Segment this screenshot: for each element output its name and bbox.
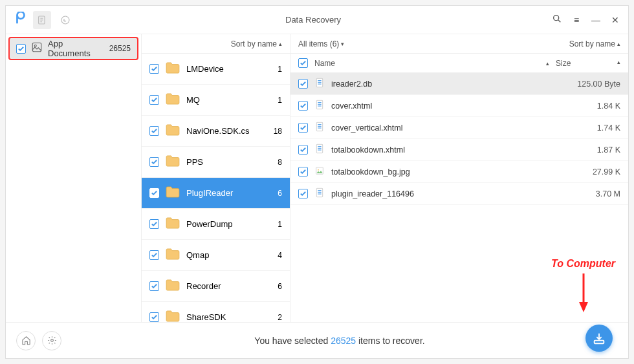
folder-row[interactable]: ShareSDK2 — [142, 302, 290, 322]
file-name: totalbookdown.xhtml — [331, 145, 549, 155]
column-name-header[interactable]: Name — [314, 59, 538, 68]
svg-point-4 — [34, 45, 36, 47]
folder-list: LMDevice1MQ1NaviOne.SDK.cs18PPS8PlugIRea… — [142, 54, 290, 322]
file-sort-label[interactable]: Sort by name — [569, 39, 615, 48]
folder-name: ShareSDK — [186, 312, 264, 322]
file-size: 125.00 Byte — [556, 80, 620, 89]
checkbox-icon[interactable] — [149, 312, 159, 322]
file-row[interactable]: totalbookdown.xhtml1.87 K — [290, 139, 628, 161]
file-size: 1.74 K — [556, 123, 620, 133]
app-logo-icon — [14, 12, 28, 28]
file-row[interactable]: cover_vertical.xhtml1.74 K — [290, 117, 628, 139]
checkbox-icon[interactable] — [149, 95, 159, 105]
checkbox-icon[interactable] — [149, 157, 159, 167]
file-type-icon — [314, 143, 325, 156]
folder-row[interactable]: Qmap4 — [142, 240, 290, 271]
checkbox-icon[interactable] — [149, 219, 159, 229]
home-button[interactable] — [16, 331, 36, 350]
folder-icon — [166, 155, 180, 169]
svg-rect-23 — [316, 188, 322, 197]
titlebar-right: ≡ — ✕ — [552, 14, 620, 27]
titlebar: Data Recovery ≡ — ✕ — [6, 6, 628, 34]
checkbox-icon[interactable] — [149, 250, 159, 260]
close-button[interactable]: ✕ — [610, 15, 620, 25]
sidebar: App Documents 26525 — [6, 34, 142, 322]
svg-rect-28 — [595, 341, 604, 344]
folder-row[interactable]: PowerDump1 — [142, 209, 290, 240]
file-name: cover_vertical.xhtml — [331, 123, 549, 133]
file-row[interactable]: totalbookdown_bg.jpg27.99 K — [290, 161, 628, 183]
folder-icon — [166, 93, 180, 107]
footer-count: 26525 — [331, 336, 356, 346]
svg-point-22 — [318, 169, 319, 171]
file-size: 1.84 K — [556, 102, 620, 111]
checkbox-icon[interactable] — [149, 126, 159, 136]
caret-down-icon[interactable]: ▾ — [341, 41, 344, 47]
checkbox-icon[interactable] — [298, 145, 308, 155]
file-type-icon — [314, 121, 325, 134]
folder-row[interactable]: MQ1 — [142, 85, 290, 116]
checkbox-icon[interactable] — [298, 123, 308, 133]
nav-whatsapp-icon[interactable] — [56, 11, 74, 29]
settings-button[interactable] — [42, 331, 61, 350]
folder-sort-header[interactable]: Sort by name▴ — [142, 34, 290, 54]
folder-icon — [166, 62, 180, 76]
select-all-checkbox[interactable] — [298, 58, 308, 68]
folder-row[interactable]: Recorder6 — [142, 271, 290, 302]
folder-icon — [166, 124, 180, 138]
column-size-header[interactable]: Size ▴ — [556, 59, 620, 68]
table-header: Name ▴ Size ▴ — [290, 54, 628, 73]
nav-docs-icon[interactable] — [33, 11, 51, 29]
checkbox-icon[interactable] — [149, 64, 159, 74]
file-panel: All items (6)▾ Sort by name▴ Name ▴ Size… — [290, 34, 628, 322]
checkbox-icon[interactable] — [298, 101, 308, 111]
checkbox-icon[interactable] — [298, 167, 308, 177]
svg-rect-9 — [316, 100, 322, 109]
footer-text-pre: You have selected — [254, 336, 331, 346]
folder-count: 1 — [270, 65, 282, 74]
caret-up-icon: ▴ — [279, 41, 282, 47]
folder-row[interactable]: LMDevice1 — [142, 54, 290, 85]
search-icon[interactable] — [552, 14, 562, 27]
file-size: 3.70 M — [556, 189, 620, 198]
caret-up-icon: ▴ — [617, 41, 620, 47]
checkbox-icon[interactable] — [298, 189, 308, 198]
file-row[interactable]: plugin_ireader_1164963.70 M — [290, 183, 628, 205]
folder-name: PPS — [186, 157, 264, 167]
file-panel-header: All items (6)▾ Sort by name▴ — [290, 34, 628, 54]
folder-name: NaviOne.SDK.cs — [186, 126, 264, 136]
sidebar-item-label: App Documents — [48, 39, 104, 58]
file-name: totalbookdown_bg.jpg — [331, 167, 549, 177]
file-size: 1.87 K — [556, 145, 620, 155]
folder-count: 6 — [270, 189, 282, 198]
folder-row[interactable]: PPS8 — [142, 147, 290, 178]
file-row[interactable]: cover.xhtml1.84 K — [290, 95, 628, 117]
checkbox-icon[interactable] — [149, 281, 159, 291]
svg-rect-17 — [316, 144, 322, 153]
file-row[interactable]: ireader2.db125.00 Byte — [290, 73, 628, 95]
caret-up-icon: ▴ — [617, 59, 620, 68]
folder-icon — [166, 186, 180, 200]
checkbox-icon[interactable] — [149, 188, 159, 198]
titlebar-left — [14, 11, 74, 29]
folder-row[interactable]: NaviOne.SDK.cs18 — [142, 116, 290, 147]
minimize-button[interactable]: — — [591, 15, 601, 25]
file-size: 27.99 K — [556, 167, 620, 177]
checkbox-icon[interactable] — [298, 79, 308, 89]
svg-rect-3 — [32, 43, 41, 52]
sort-label: Sort by name — [231, 39, 277, 48]
footer-left — [16, 331, 61, 350]
folder-row[interactable]: PlugIReader6 — [142, 178, 290, 209]
svg-point-2 — [554, 15, 559, 20]
checkbox-icon[interactable] — [16, 44, 26, 54]
app-docs-icon — [31, 41, 43, 56]
footer-text-post: items to recover. — [356, 336, 425, 346]
menu-icon[interactable]: ≡ — [571, 15, 582, 25]
svg-rect-13 — [316, 122, 322, 131]
folder-name: Qmap — [186, 250, 264, 260]
folder-panel: Sort by name▴ LMDevice1MQ1NaviOne.SDK.cs… — [142, 34, 290, 322]
recover-to-computer-button[interactable] — [585, 325, 613, 352]
sidebar-item-app-documents[interactable]: App Documents 26525 — [8, 37, 138, 60]
file-type-icon — [314, 187, 325, 200]
svg-point-1 — [61, 16, 69, 24]
